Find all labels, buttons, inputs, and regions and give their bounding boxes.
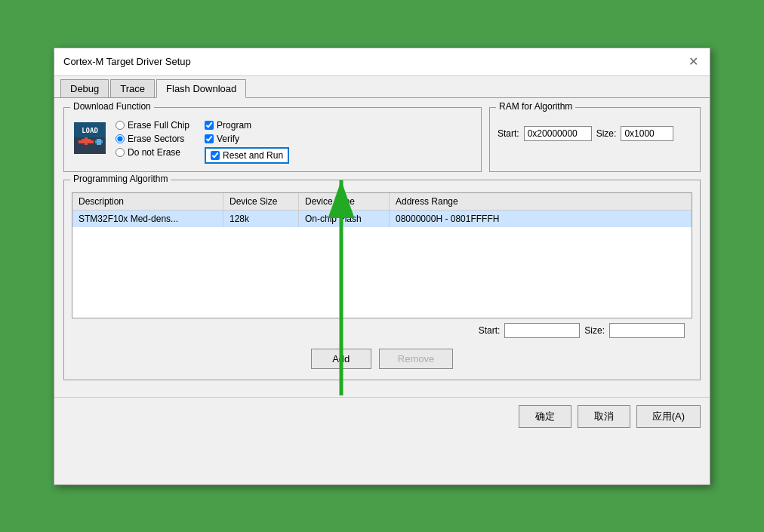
table-header: Description Device Size Device Type Addr… [72, 193, 692, 211]
program-label: Program [217, 120, 251, 131]
reset-run-item: Reset and Run [205, 147, 289, 164]
load-icon: LOAD [72, 120, 108, 156]
radio-do-not-erase: Do not Erase [116, 147, 189, 158]
dialog: Cortex-M Target Driver Setup ✕ Debug Tra… [54, 48, 710, 485]
cancel-button[interactable]: 取消 [578, 405, 630, 428]
tab-trace[interactable]: Trace [110, 79, 155, 97]
erase-full-label: Erase Full Chip [128, 120, 189, 131]
verify-checkbox[interactable] [205, 134, 214, 143]
do-not-erase-radio[interactable] [116, 148, 125, 157]
col-address-range: Address Range [390, 193, 692, 210]
algorithm-table: Description Device Size Device Type Addr… [72, 192, 692, 318]
tab-bar: Debug Trace Flash Download [54, 76, 710, 98]
svg-rect-5 [85, 137, 88, 145]
start-size-row: Start: Size: [72, 318, 692, 343]
radio-group: Erase Full Chip Erase Sectors Do not Era… [116, 120, 189, 164]
ram-fields: Start: Size: [498, 126, 692, 141]
checkbox-verify: Verify [205, 134, 289, 144]
ram-algorithm-label: RAM for Algorithm [496, 101, 575, 112]
ram-algorithm-group: RAM for Algorithm Start: Size: [489, 107, 701, 172]
prog-algo-label: Programming Algorithm [70, 174, 171, 184]
programming-algorithm-group: Programming Algorithm Description Device… [63, 180, 701, 380]
svg-rect-6 [88, 139, 91, 143]
ram-start-input[interactable] [524, 126, 592, 141]
td-address-range: 08000000H - 0801FFFFH [390, 211, 692, 227]
download-function-group: Download Function LOAD [63, 107, 482, 172]
add-button[interactable]: Add [311, 349, 371, 369]
algo-size-input[interactable] [609, 323, 685, 338]
td-description: STM32F10x Med-dens... [72, 211, 223, 227]
apply-button[interactable]: 应用(A) [636, 405, 701, 428]
svg-rect-9 [97, 139, 101, 145]
load-svg: LOAD [74, 122, 106, 154]
tab-debug[interactable]: Debug [60, 79, 109, 97]
erase-sectors-radio[interactable] [116, 134, 125, 143]
svg-text:LOAD: LOAD [82, 127, 98, 134]
table-row[interactable]: STM32F10x Med-dens... 128k On-chip Flash… [72, 211, 692, 227]
reset-run-checkbox[interactable] [211, 151, 220, 160]
add-remove-buttons: Add Remove [72, 343, 692, 372]
dialog-title: Cortex-M Target Driver Setup [63, 56, 191, 67]
radio-erase-full: Erase Full Chip [116, 120, 189, 131]
close-button[interactable]: ✕ [685, 54, 701, 69]
checkbox-group: Program Verify Reset and Run [205, 120, 289, 164]
td-device-size: 128k [223, 211, 299, 227]
remove-button[interactable]: Remove [379, 349, 453, 369]
svg-rect-7 [91, 140, 94, 143]
program-checkbox[interactable] [205, 121, 214, 130]
start-label-algo: Start: [479, 325, 501, 336]
erase-full-radio[interactable] [116, 121, 125, 130]
top-row: Download Function LOAD [63, 107, 701, 180]
tab-flash-download[interactable]: Flash Download [156, 79, 246, 98]
ram-size-input[interactable] [621, 126, 673, 141]
ok-button[interactable]: 确定 [519, 405, 571, 428]
download-function-label: Download Function [70, 101, 154, 112]
do-not-erase-label: Do not Erase [128, 147, 180, 158]
size-label-algo: Size: [584, 325, 605, 336]
bottom-buttons: 确定 取消 应用(A) [54, 397, 710, 435]
svg-rect-3 [79, 140, 82, 143]
td-device-type: On-chip Flash [299, 211, 390, 227]
checkbox-program: Program [205, 120, 289, 131]
main-content: Download Function LOAD [54, 98, 710, 397]
col-description: Description [72, 193, 223, 210]
size-label: Size: [596, 128, 617, 139]
algo-start-input[interactable] [504, 323, 580, 338]
title-bar: Cortex-M Target Driver Setup ✕ [54, 48, 710, 76]
col-device-type: Device Type [299, 193, 390, 210]
svg-rect-4 [82, 139, 85, 143]
col-device-size: Device Size [223, 193, 299, 210]
erase-sectors-label: Erase Sectors [128, 134, 184, 144]
table-empty-area [72, 227, 692, 318]
df-inner: LOAD [72, 120, 473, 164]
reset-run-label: Reset and Run [223, 150, 283, 161]
radio-erase-sectors: Erase Sectors [116, 134, 189, 144]
start-label: Start: [498, 128, 519, 139]
verify-label: Verify [217, 134, 239, 144]
